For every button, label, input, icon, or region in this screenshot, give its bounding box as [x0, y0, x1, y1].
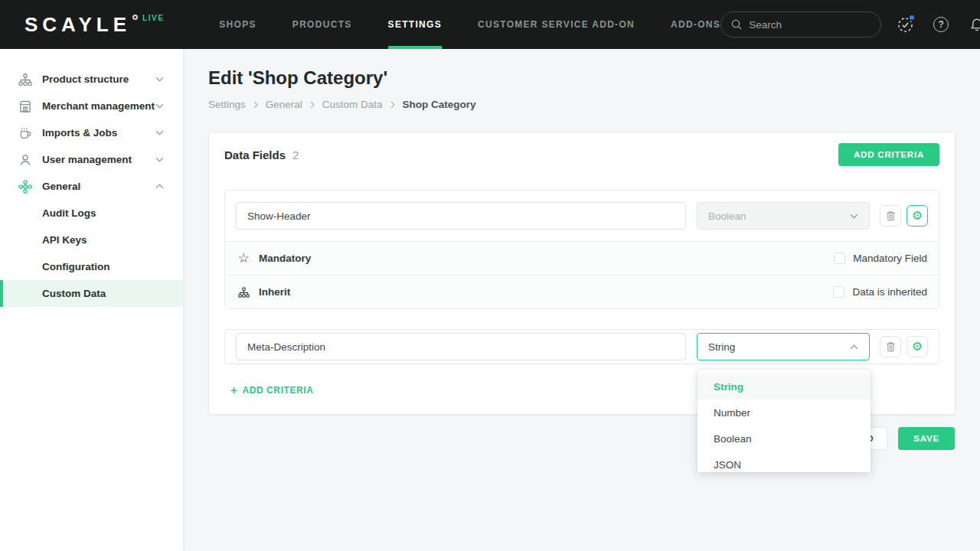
bell-icon [969, 17, 980, 33]
sidebar-item-imports-jobs[interactable]: Imports & Jobs [0, 119, 183, 146]
breadcrumb-general[interactable]: General [266, 99, 302, 110]
nav-item-shops[interactable]: SHOPS [219, 0, 256, 49]
nav-item-settings[interactable]: SETTINGS [388, 0, 442, 49]
store-icon [18, 100, 32, 112]
tasks-button[interactable] [895, 15, 915, 34]
type-dropdown: String Number Boolean JSON [697, 370, 871, 472]
trash-icon [886, 341, 896, 352]
inherit-icon [237, 287, 250, 298]
mandatory-checkbox[interactable] [834, 253, 845, 264]
chevron-up-icon [155, 184, 164, 189]
main-content: Edit 'Shop Category' Settings General Cu… [184, 49, 980, 551]
topbar-icons: ? 1 SB [895, 12, 980, 37]
field-row: Boolean ⚙ [225, 191, 939, 241]
nav-item-customer-service-add-on[interactable]: CUSTOMER SERVICE ADD-ON [478, 0, 635, 49]
chevron-down-icon [155, 103, 164, 109]
search-input[interactable] [749, 19, 864, 31]
add-criteria-link-label: ADD CRITERIA [242, 385, 313, 396]
chevron-down-icon [850, 214, 858, 219]
hub-icon [18, 180, 32, 194]
field-name-input[interactable] [236, 333, 686, 360]
field-type-value: String [708, 341, 735, 353]
breadcrumb-shop-category: Shop Category [403, 99, 476, 110]
logo-circle-icon [132, 15, 138, 20]
topbar: SCAYLE LIVE SHOPS PRODUCTS SETTINGS CUST… [0, 0, 980, 49]
sidebar-item-label: Product structure [42, 73, 129, 85]
breadcrumb-settings[interactable]: Settings [208, 99, 246, 110]
scayle-logo[interactable]: SCAYLE LIVE [24, 13, 164, 36]
field-group-show-header: Boolean ⚙ ☆ Mandatory Mandatory Field [224, 190, 939, 309]
dropdown-option-number[interactable]: Number [697, 399, 871, 425]
data-fields-count: 2 [292, 148, 299, 161]
dropdown-option-json[interactable]: JSON [697, 452, 871, 472]
field-group-meta-description: String String Number Boolean JSON ⚙ [224, 329, 939, 364]
breadcrumb-custom-data[interactable]: Custom Data [322, 99, 383, 110]
add-criteria-button[interactable]: ADD CRITERIA [838, 143, 939, 166]
delete-field-button[interactable] [880, 205, 901, 227]
inherit-label: Inherit [259, 286, 290, 298]
card-header: Data Fields 2 ADD CRITERIA [224, 132, 939, 177]
help-icon: ? [933, 17, 949, 32]
nav-item-products[interactable]: PRODUCTS [292, 0, 352, 49]
plus-icon: + [230, 384, 237, 396]
field-settings-button[interactable]: ⚙ [906, 336, 928, 357]
search-icon [731, 19, 742, 30]
dropdown-option-string[interactable]: String [697, 373, 871, 399]
nav-item-add-ons[interactable]: ADD-ONS [671, 0, 720, 49]
inherit-checkbox[interactable] [833, 286, 844, 298]
field-type-select[interactable]: Boolean [697, 202, 870, 230]
sidebar-subitem-configuration[interactable]: Configuration [0, 253, 183, 280]
sidebar-subitem-custom-data[interactable]: Custom Data [0, 280, 183, 307]
field-name-input[interactable] [236, 202, 686, 230]
trash-icon [886, 210, 896, 221]
chevron-right-icon [253, 101, 258, 109]
chevron-down-icon [155, 77, 164, 82]
topbar-right: ? 1 SB [720, 11, 980, 37]
chevron-down-icon [155, 130, 164, 135]
inherit-row: Inherit Data is inherited [225, 275, 939, 308]
gear-icon: ⚙ [912, 210, 923, 222]
sidebar-item-user-management[interactable]: User management [0, 146, 183, 173]
chevron-right-icon [310, 101, 315, 109]
inherit-checkbox-label: Data is inherited [852, 286, 927, 298]
mandatory-row: ☆ Mandatory Mandatory Field [225, 241, 939, 275]
dropdown-option-boolean[interactable]: Boolean [697, 425, 871, 452]
sidebar-subitem-audit-logs[interactable]: Audit Logs [0, 200, 183, 227]
star-icon: ☆ [237, 252, 250, 265]
live-badge: LIVE [142, 14, 164, 22]
sidebar-item-product-structure[interactable]: Product structure [0, 66, 183, 93]
sidebar-item-label: General [42, 181, 80, 192]
notification-dot [908, 14, 916, 21]
field-type-select-open[interactable]: String String Number Boolean JSON [697, 333, 870, 360]
help-button[interactable]: ? [931, 15, 951, 34]
main-nav: SHOPS PRODUCTS SETTINGS CUSTOMER SERVICE… [219, 0, 720, 49]
search-box[interactable] [720, 11, 881, 37]
sidebar-item-label: Imports & Jobs [42, 127, 117, 139]
chevron-down-icon [155, 157, 164, 162]
field-type-value: Boolean [708, 210, 746, 222]
delete-field-button[interactable] [880, 336, 901, 357]
card-title: Data Fields [224, 148, 286, 161]
data-fields-card: Data Fields 2 ADD CRITERIA Boolean ⚙ ☆ [208, 132, 956, 415]
chevron-right-icon [390, 101, 395, 109]
sidebar-item-label: Merchant management [42, 100, 155, 112]
sidebar-subitem-api-keys[interactable]: API Keys [0, 227, 183, 253]
sidebar-item-general[interactable]: General [0, 173, 183, 200]
mandatory-checkbox-label: Mandatory Field [853, 253, 927, 264]
user-icon [18, 154, 32, 166]
sidebar-item-label: User management [42, 154, 132, 165]
save-button[interactable]: SAVE [898, 427, 955, 450]
mandatory-label: Mandatory [259, 253, 311, 264]
add-criteria-link[interactable]: + ADD CRITERIA [230, 384, 314, 396]
logo-text: SCAYLE [24, 13, 131, 36]
mug-icon [18, 127, 32, 139]
page-title: Edit 'Shop Category' [208, 67, 980, 89]
field-settings-button[interactable]: ⚙ [906, 205, 928, 227]
gear-icon: ⚙ [912, 341, 923, 353]
notifications-button[interactable]: 1 [967, 15, 980, 34]
breadcrumb: Settings General Custom Data Shop Catego… [208, 99, 980, 110]
field-row: String String Number Boolean JSON ⚙ [225, 330, 939, 364]
hierarchy-icon [18, 73, 32, 86]
chevron-up-icon [850, 344, 858, 350]
sidebar-item-merchant-management[interactable]: Merchant management [0, 93, 183, 119]
